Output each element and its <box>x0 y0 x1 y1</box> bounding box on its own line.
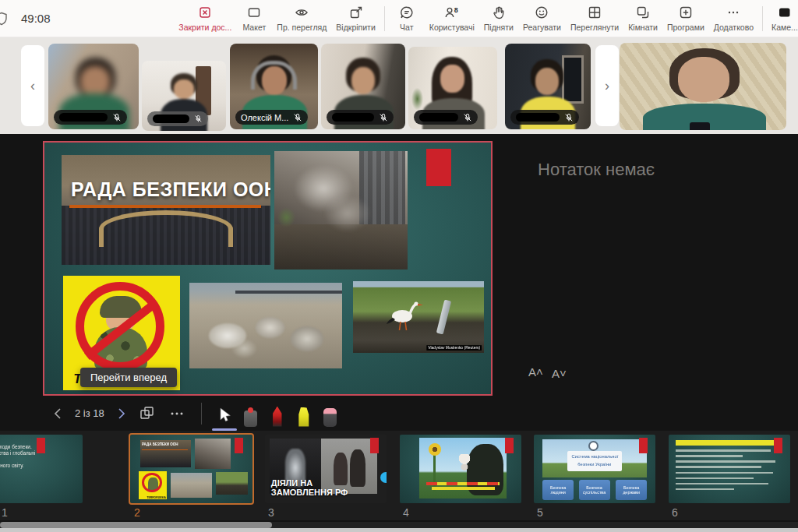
highlighter-icon <box>297 407 310 427</box>
toolbar-divider <box>384 6 385 31</box>
participants-button[interactable]: 8 Користувачі <box>425 0 479 37</box>
mic-off-icon <box>379 113 388 122</box>
svg-text:8: 8 <box>454 6 458 14</box>
font-decrease-button[interactable]: A˅ <box>552 367 567 380</box>
scrollbar-thumb[interactable] <box>0 522 272 528</box>
current-slide[interactable]: РАДА БЕЗПЕКИ ООН TERRORUSSIA <box>43 141 493 396</box>
close-content-icon <box>197 5 213 20</box>
presentation-stage: РАДА БЕЗПЕКИ ООН TERRORUSSIA <box>0 134 798 431</box>
participant-name-pill <box>510 110 579 125</box>
pen-tool[interactable] <box>264 400 291 427</box>
slide-number: 1 <box>2 506 8 519</box>
emblem-icon <box>588 441 598 451</box>
toolbar-divider <box>762 6 763 31</box>
layout-button[interactable]: Макет <box>236 0 272 37</box>
mini-stork-image <box>216 472 248 495</box>
rocket-shell <box>436 299 451 334</box>
participant-video[interactable] <box>321 44 405 129</box>
pointer-tool-selected[interactable] <box>211 400 238 427</box>
highlighted-title-bar <box>676 440 780 446</box>
mini-un-image: РАДА БЕЗПЕКИ ООН <box>140 440 192 467</box>
highlighter-tool[interactable] <box>291 400 317 427</box>
sky-field-image: Система національної безпеки України <box>542 439 647 477</box>
eye-icon <box>294 5 309 20</box>
window-bottom-edge <box>0 528 798 532</box>
participant-name: Олексій М... <box>241 113 288 122</box>
thumbnail-slide-1[interactable]: Рівні, види, заходи безпеки. Розвиток лю… <box>0 435 83 503</box>
pen-icon <box>271 407 283 427</box>
meeting-timer: 49:08 <box>21 12 51 25</box>
caption-underline <box>69 205 261 208</box>
participant-video[interactable] <box>408 47 497 129</box>
thumbnail-slide-6[interactable] <box>669 435 790 503</box>
camera-button[interactable]: Каме... <box>767 0 798 37</box>
un-caption: РАДА БЕЗПЕКИ ООН <box>71 178 270 201</box>
slide-number: 2 <box>134 506 140 519</box>
mic-off-icon <box>463 113 472 122</box>
react-button[interactable]: Реагувати <box>518 0 566 37</box>
apps-button[interactable]: Програми <box>662 0 709 37</box>
more-button[interactable]: Додатково <box>709 0 758 37</box>
participant-name-pill <box>147 111 208 126</box>
grid-view-icon <box>587 5 602 20</box>
ellipsis-icon <box>726 5 741 20</box>
laser-pointer-tool[interactable] <box>238 400 264 427</box>
font-increase-button[interactable]: A˄ <box>528 365 543 379</box>
slide-number: 3 <box>268 506 274 519</box>
participant-name-pill <box>54 110 127 125</box>
unpin-button[interactable]: Відкріпити <box>331 0 380 37</box>
chat-icon <box>399 5 415 20</box>
previous-slide-button[interactable] <box>47 402 70 425</box>
slide-grid-button[interactable] <box>132 400 162 427</box>
next-slide-button[interactable] <box>109 402 132 425</box>
camera-icon <box>777 5 793 20</box>
chat-button[interactable]: Чат <box>389 0 425 37</box>
slide-number: 6 <box>672 506 678 519</box>
slide-position: 2 із 18 <box>75 407 104 419</box>
prohibition-sign <box>76 282 164 371</box>
slide-red-accent <box>426 149 451 186</box>
layout-icon <box>246 5 262 20</box>
close-content-button[interactable]: Закрити дос... <box>174 0 236 37</box>
mic-off-icon <box>293 113 302 122</box>
mic-off-icon <box>564 113 574 122</box>
slide-grid-icon <box>139 405 156 422</box>
notes-empty-text: Нотаток немає <box>538 160 655 180</box>
slide-image-stork: Vladyslav Musiienko (Reuters) <box>353 281 484 353</box>
scroll-right-button[interactable]: › <box>595 45 619 126</box>
stork-figure <box>382 295 429 334</box>
thumbnail-slide-4[interactable] <box>400 435 521 503</box>
participant-name-pill: Олексій М... <box>235 110 308 125</box>
eraser-tool[interactable] <box>317 400 344 427</box>
thumbnail-slide-3[interactable]: ДІЯЛИ НА ЗАМОВЛЕННЯ РФ <box>265 435 387 503</box>
slide-filmstrip: Рівні, види, заходи безпеки. Розвиток лю… <box>0 431 798 520</box>
participant-video[interactable] <box>142 61 226 131</box>
laser-pointer-icon <box>244 410 257 427</box>
cursor-icon <box>217 407 232 425</box>
participant-video[interactable] <box>505 44 591 129</box>
thumbnail-slide-5[interactable]: Система національної безпеки України Без… <box>534 435 655 503</box>
raised-hand-icon <box>491 5 507 20</box>
mini-birds-image <box>171 473 212 498</box>
participant-video[interactable] <box>48 44 139 129</box>
more-presentation-options-button[interactable] <box>162 400 192 427</box>
scroll-left-button[interactable]: ‹ <box>21 45 44 126</box>
redacted-name <box>332 113 374 122</box>
view-button[interactable]: Переглянути <box>566 0 623 37</box>
participant-video[interactable]: Олексій М... <box>230 44 318 129</box>
participants-strip: ‹ <box>0 37 798 134</box>
toolbar-buttons: Закрити дос... Макет Пр. перегляд Відкрі… <box>174 0 798 37</box>
raise-hand-button[interactable]: Підняти <box>479 0 518 37</box>
presenter-view-button[interactable]: Пр. перегляд <box>272 0 331 37</box>
presenter-video[interactable] <box>620 43 786 130</box>
filmstrip-scrollbar[interactable] <box>0 522 798 528</box>
rooms-icon <box>635 5 651 20</box>
rooms-button[interactable]: Кімнати <box>623 0 662 37</box>
mini-poster-image: TERRORUSSIA <box>139 471 167 499</box>
shield-icon <box>0 11 9 26</box>
slide-number: 5 <box>537 506 543 519</box>
slide-image-dead-birds <box>189 283 342 368</box>
thumbnail-slide-2-selected[interactable]: РАДА БЕЗПЕКИ ООН TERRORUSSIA <box>130 435 252 503</box>
redacted-name <box>153 115 189 123</box>
notification-dot <box>380 472 387 483</box>
